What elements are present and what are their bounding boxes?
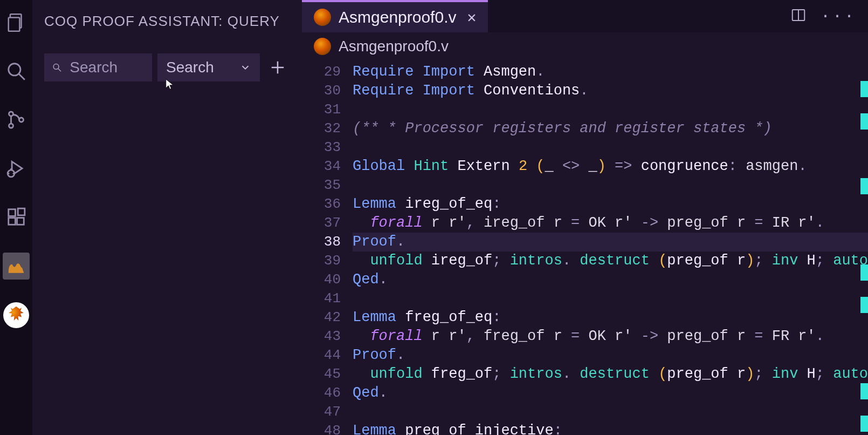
line-number: 31	[302, 100, 341, 119]
plus-icon	[270, 59, 286, 76]
query-type-label: Search	[166, 59, 214, 76]
breadcrumb-label: Asmgenproof0.v	[339, 38, 449, 55]
code-content[interactable]: Require Import Asmgen.Require Import Con…	[353, 60, 868, 435]
close-icon[interactable]: ✕	[467, 8, 476, 26]
line-number: 37	[302, 214, 341, 233]
add-query-button[interactable]	[265, 55, 290, 80]
line-number: 40	[302, 270, 341, 289]
extensions-icon[interactable]	[3, 204, 29, 230]
svg-rect-14	[17, 218, 24, 225]
coq-query-panel: COQ PROOF ASSISTANT: QUERY Search	[32, 0, 302, 435]
svg-line-3	[19, 74, 25, 80]
line-number: 36	[302, 195, 341, 214]
code-line[interactable]: forall r r', ireg_of r = OK r' -> preg_o…	[353, 214, 868, 233]
line-number: 39	[302, 252, 341, 270]
line-number-gutter: 2930313233343536373839404142434445464748	[302, 60, 353, 435]
search-input[interactable]	[70, 59, 144, 76]
coq-icon[interactable]	[3, 302, 29, 328]
coq-file-icon	[314, 38, 331, 55]
overview-mark	[860, 81, 868, 97]
rooster-glyph-icon	[6, 305, 26, 325]
overview-mark	[860, 383, 868, 399]
code-line[interactable]: Proof.	[353, 233, 868, 252]
code-line[interactable]: forall r r', freg_of r = OK r' -> preg_o…	[353, 327, 868, 346]
breadcrumb[interactable]: Asmgenproof0.v	[302, 32, 868, 60]
svg-point-5	[9, 124, 13, 128]
code-line[interactable]	[353, 138, 868, 157]
search-icon	[52, 61, 62, 74]
code-line[interactable]	[353, 403, 868, 422]
tab-actions: ···	[790, 7, 868, 25]
svg-rect-13	[9, 218, 16, 225]
code-line[interactable]: Lemma ireg_of_eq:	[353, 195, 868, 214]
query-row: Search	[44, 53, 290, 81]
coq-file-icon	[314, 9, 331, 26]
line-number: 34	[302, 157, 341, 176]
svg-point-16	[53, 64, 59, 70]
line-number: 30	[302, 81, 341, 100]
code-line[interactable]: Require Import Asmgen.	[353, 63, 868, 81]
line-number: 32	[302, 119, 341, 138]
code-line[interactable]	[353, 100, 868, 119]
line-number: 38	[302, 233, 341, 252]
svg-rect-15	[18, 208, 25, 215]
editor-tab[interactable]: Asmgenproof0.v ✕	[302, 0, 488, 32]
overview-mark	[860, 264, 868, 281]
line-number: 44	[302, 346, 341, 365]
split-editor-icon[interactable]	[790, 7, 807, 23]
line-number: 43	[302, 327, 341, 346]
code-line[interactable]: unfold ireg_of; intros. destruct (preg_o…	[353, 252, 868, 270]
svg-point-2	[9, 64, 20, 76]
search-input-wrap[interactable]	[44, 53, 152, 81]
code-line[interactable]	[353, 289, 868, 308]
ocaml-icon[interactable]	[3, 253, 30, 280]
line-number: 45	[302, 365, 341, 384]
overview-mark	[860, 113, 868, 130]
line-number: 42	[302, 308, 341, 327]
explorer-icon[interactable]	[3, 10, 29, 36]
svg-rect-12	[9, 209, 16, 216]
chevron-down-icon	[239, 62, 251, 73]
run-debug-icon[interactable]	[3, 155, 29, 181]
code-line[interactable]: (** * Processor registers and register s…	[353, 119, 868, 138]
source-control-icon[interactable]	[3, 107, 29, 133]
svg-line-17	[58, 69, 61, 71]
code-line[interactable]: Require Import Conventions.	[353, 81, 868, 100]
code-line[interactable]: unfold freg_of; intros. destruct (preg_o…	[353, 365, 868, 384]
overview-mark	[860, 178, 868, 194]
panel-title: COQ PROOF ASSISTANT: QUERY	[44, 13, 290, 30]
tab-label: Asmgenproof0.v	[339, 8, 456, 26]
code-line[interactable]: Global Hint Extern 2 (_ <> _) => congrue…	[353, 157, 868, 176]
code-line[interactable]	[353, 176, 868, 195]
line-number: 41	[302, 289, 341, 308]
code-line[interactable]: Qed.	[353, 384, 868, 403]
overview-ruler[interactable]	[856, 32, 868, 435]
overview-mark	[860, 297, 868, 313]
tab-bar: Asmgenproof0.v ✕ ···	[302, 0, 868, 32]
overview-mark	[860, 416, 868, 432]
svg-rect-1	[9, 18, 20, 31]
line-number: 33	[302, 138, 341, 157]
line-number: 46	[302, 384, 341, 403]
search-icon[interactable]	[3, 58, 29, 84]
line-number: 47	[302, 403, 341, 422]
code-line[interactable]: Lemma preg_of_injective:	[353, 422, 868, 435]
code-editor[interactable]: 2930313233343536373839404142434445464748…	[302, 60, 868, 435]
line-number: 35	[302, 176, 341, 195]
query-type-select[interactable]: Search	[157, 53, 260, 81]
line-number: 29	[302, 63, 341, 81]
editor-area: Asmgenproof0.v ✕ ··· Asmgenproof0.v 2930…	[302, 0, 868, 435]
code-line[interactable]: Proof.	[353, 346, 868, 365]
svg-point-4	[9, 112, 13, 116]
line-number: 48	[302, 422, 341, 435]
code-line[interactable]: Qed.	[353, 270, 868, 289]
more-actions-icon[interactable]: ···	[821, 7, 856, 25]
activity-bar	[0, 0, 32, 435]
code-line[interactable]: Lemma freg_of_eq:	[353, 308, 868, 327]
